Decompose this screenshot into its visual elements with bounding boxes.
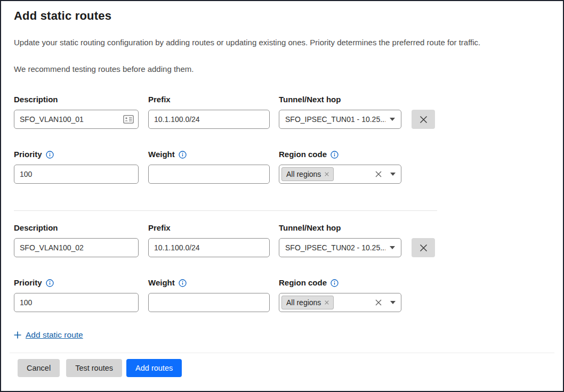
add-static-routes-dialog: Add static routes Update your static rou… bbox=[0, 0, 564, 392]
caret-down-icon bbox=[390, 173, 396, 176]
caret-down-icon bbox=[390, 118, 395, 121]
info-icon[interactable] bbox=[331, 151, 339, 159]
add-static-route-link[interactable]: Add static route bbox=[14, 330, 83, 340]
prefix-label: Prefix bbox=[148, 223, 270, 233]
page-title: Add static routes bbox=[14, 8, 550, 24]
route1-main-row: Description Prefix bbox=[14, 94, 550, 129]
route2-description-field: Description bbox=[14, 223, 139, 257]
info-icon[interactable] bbox=[179, 279, 187, 287]
description-label: Description bbox=[14, 223, 139, 233]
description-input-wrap bbox=[14, 110, 139, 129]
route2-region-field: Region code All regions bbox=[279, 277, 401, 312]
cancel-button[interactable]: Cancel bbox=[18, 359, 60, 377]
chip-remove-icon[interactable] bbox=[325, 172, 329, 176]
description-input[interactable] bbox=[14, 238, 139, 257]
info-icon[interactable] bbox=[179, 151, 187, 159]
remove-route-button[interactable] bbox=[412, 238, 435, 257]
description-label: Description bbox=[14, 94, 139, 105]
region-chip: All regions bbox=[281, 296, 334, 309]
route2-tunnel-field: Tunnel/Next hop SFO_IPSEC_TUN02 - 10.25.… bbox=[279, 223, 401, 257]
info-icon[interactable] bbox=[46, 151, 54, 159]
plus-icon bbox=[14, 331, 21, 339]
region-label: Region code bbox=[279, 149, 401, 160]
region-label: Region code bbox=[279, 277, 401, 288]
caret-down-icon bbox=[390, 246, 395, 249]
caret-down-icon bbox=[390, 301, 396, 304]
route1-tunnel-field: Tunnel/Next hop SFO_IPSEC_TUN01 - 10.25.… bbox=[279, 94, 401, 129]
region-chip-label: All regions bbox=[286, 170, 321, 178]
info-icon[interactable] bbox=[331, 279, 339, 287]
route1-priority-field: Priority bbox=[14, 149, 139, 184]
clear-selection-icon[interactable] bbox=[374, 170, 383, 178]
test-routes-button[interactable]: Test routes bbox=[66, 359, 122, 377]
routes-form: Description Prefix bbox=[14, 94, 550, 341]
route2-options-row: Priority Weight bbox=[14, 277, 550, 312]
route2-main-row: Description Prefix Tunnel/Next hop bbox=[14, 223, 550, 257]
dialog-description: Update your static routing configuration… bbox=[14, 37, 550, 48]
tunnel-select-value: SFO_IPSEC_TUN01 - 10.25... bbox=[285, 115, 385, 124]
route-section-1: Description Prefix bbox=[14, 94, 550, 184]
weight-label: Weight bbox=[148, 149, 270, 160]
route2-priority-field: Priority bbox=[14, 277, 139, 312]
add-routes-button[interactable]: Add routes bbox=[126, 359, 182, 377]
add-static-route-label: Add static route bbox=[26, 330, 83, 340]
tunnel-select-value: SFO_IPSEC_TUN02 - 10.25... bbox=[285, 243, 385, 252]
region-multiselect[interactable]: All regions bbox=[279, 165, 401, 184]
remove-route-button[interactable] bbox=[412, 110, 435, 129]
dialog-recommendation: We recommend testing routes before addin… bbox=[14, 63, 550, 75]
route-section-2: Description Prefix Tunnel/Next hop bbox=[14, 223, 550, 312]
region-chip: All regions bbox=[281, 167, 334, 181]
info-icon[interactable] bbox=[46, 279, 54, 287]
priority-label: Priority bbox=[14, 149, 139, 160]
x-icon bbox=[420, 244, 428, 252]
tunnel-label: Tunnel/Next hop bbox=[279, 223, 401, 233]
route2-weight-field: Weight bbox=[148, 277, 270, 312]
tunnel-select[interactable]: SFO_IPSEC_TUN02 - 10.25... bbox=[279, 238, 401, 257]
dialog-footer: Cancel Test routes Add routes bbox=[10, 353, 554, 391]
route2-prefix-field: Prefix bbox=[148, 223, 270, 257]
prefix-input[interactable] bbox=[148, 238, 270, 257]
route1-description-field: Description bbox=[14, 94, 139, 129]
region-multiselect[interactable]: All regions bbox=[279, 293, 401, 312]
x-icon bbox=[420, 116, 428, 124]
clear-selection-icon[interactable] bbox=[374, 298, 383, 307]
priority-input[interactable] bbox=[14, 165, 139, 184]
prefix-input[interactable] bbox=[148, 110, 270, 129]
weight-input[interactable] bbox=[148, 165, 270, 184]
tunnel-select[interactable]: SFO_IPSEC_TUN01 - 10.25... bbox=[279, 110, 401, 129]
route1-options-row: Priority Weight bbox=[14, 149, 550, 184]
dialog-content: Add static routes Update your static rou… bbox=[1, 1, 563, 341]
prefix-label: Prefix bbox=[148, 94, 270, 105]
weight-input[interactable] bbox=[148, 293, 270, 312]
route1-prefix-field: Prefix bbox=[148, 94, 270, 129]
route1-weight-field: Weight bbox=[148, 149, 270, 184]
tunnel-label: Tunnel/Next hop bbox=[279, 94, 401, 105]
region-chip-label: All regions bbox=[286, 298, 321, 307]
weight-label: Weight bbox=[148, 277, 270, 288]
chip-remove-icon[interactable] bbox=[325, 300, 329, 305]
priority-input[interactable] bbox=[14, 293, 139, 312]
route1-region-field: Region code All regions bbox=[279, 149, 401, 184]
section-divider bbox=[14, 210, 437, 211]
priority-label: Priority bbox=[14, 277, 139, 288]
description-input[interactable] bbox=[14, 110, 139, 129]
contact-card-icon[interactable] bbox=[123, 115, 134, 124]
